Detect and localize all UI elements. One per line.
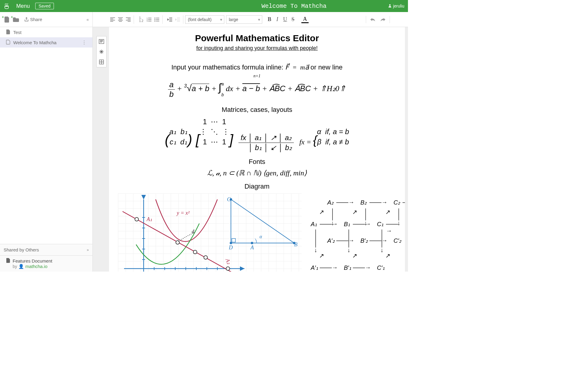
label-a1: A₁ — [147, 216, 152, 223]
outdent-button[interactable] — [166, 16, 173, 23]
svg-line-25 — [123, 211, 241, 272]
graph-plot: y = x² y = x³ A₁ A₂ d C D A B α — [118, 193, 302, 272]
matrices-label: Matrices, cases, layouts — [118, 106, 396, 114]
insert-table-button[interactable] — [97, 57, 106, 67]
author-link[interactable]: mathcha.io — [25, 264, 47, 269]
insert-math-button[interactable] — [97, 47, 106, 57]
item-actions-icon[interactable]: ⋮ — [82, 40, 86, 45]
shared-label: Shared by Others — [4, 247, 39, 252]
new-document-button[interactable]: + — [4, 16, 10, 23]
document-name: Welcome To Mathcha — [13, 40, 57, 45]
svg-line-33 — [231, 199, 294, 243]
commutative-diagram: A₂ B₂ C₂ A₁ B₁ C₁ A′₂ B′₂ C′₂ A′₁ B′₁ C′… — [311, 193, 396, 272]
matrices-line: (a₁ b₁c₁ d₁) [1 ⋯ 1⋮ ⋱ ⋮1 ⋯ 1] fx │ a₁ │… — [118, 117, 396, 152]
italic-button[interactable]: I — [274, 16, 281, 23]
document-item[interactable]: Test — [0, 27, 92, 37]
document-icon — [6, 29, 10, 35]
app-logo-icon — [4, 2, 11, 10]
fonts-line: ℒ, 𝒶, n ⊂ (ℝ ∩ ℕ) ⟨gen, diff, min⟩ — [118, 169, 396, 177]
svg-point-29 — [226, 267, 230, 270]
insert-toolbar — [96, 36, 107, 67]
sidebar-toolbar: + + Share « — [0, 12, 93, 27]
features-doc[interactable]: Features Document by 👤 mathcha.io — [0, 255, 92, 272]
document-list: Test Welcome To Mathcha ⋮ — [0, 27, 92, 244]
align-left-button[interactable] — [109, 16, 116, 23]
svg-text:3: 3 — [147, 20, 148, 22]
editor-area: Powerful Mathematics Editor for inputing… — [93, 27, 408, 272]
document-icon — [6, 258, 10, 264]
editor-toolbar: 1.1.2 123 (font default) large B I U S A — [93, 15, 408, 24]
label-bb: B — [294, 242, 297, 248]
redo-button[interactable] — [379, 16, 387, 23]
document-item[interactable]: Welcome To Mathcha ⋮ — [0, 37, 92, 48]
share-label: Share — [30, 17, 42, 22]
ordered-list-button[interactable]: 123 — [145, 16, 153, 23]
label-dd: D — [229, 245, 233, 251]
fonts-label: Fonts — [118, 158, 396, 166]
page-subtitle: for inputing and sharing your formulas w… — [118, 45, 396, 51]
inline-example: Input your mathematics formula inline: F… — [118, 63, 396, 71]
document-page[interactable]: Powerful Mathematics Editor for inputing… — [109, 27, 405, 272]
collapse-sidebar-icon[interactable]: « — [86, 17, 89, 22]
bold-button[interactable]: B — [266, 16, 273, 23]
svg-point-28 — [204, 256, 207, 259]
svg-point-36 — [251, 242, 253, 244]
user-name: jeruliu — [393, 4, 404, 8]
numbered-list1-button[interactable]: 1.1.2 — [138, 16, 145, 23]
share-button[interactable]: Share — [24, 17, 42, 22]
indent-button[interactable] — [174, 16, 181, 23]
user-icon: 👤 — [18, 264, 25, 269]
by-label: by — [13, 264, 17, 269]
svg-point-27 — [193, 250, 197, 254]
sidebar: Test Welcome To Mathcha ⋮ Shared by Othe… — [0, 27, 93, 272]
label-alpha: α — [260, 234, 262, 239]
diagram-area: y = x² y = x³ A₁ A₂ d C D A B α A₂ B₂ C₂… — [118, 193, 396, 272]
toolbar: + + Share « 1.1.2 123 (font default) lar — [0, 12, 408, 27]
font-color-button[interactable]: A — [301, 16, 309, 23]
svg-rect-8 — [99, 39, 104, 44]
page-title: Powerful Mathematics Editor — [118, 33, 396, 43]
top-bar: Menu Saved Welcome To Mathcha jeruliu — [0, 0, 408, 12]
svg-point-30 — [135, 217, 138, 221]
user-icon — [388, 4, 392, 9]
svg-point-0 — [5, 5, 8, 7]
document-icon — [6, 40, 10, 45]
features-label: Features Document — [13, 258, 52, 263]
nplus1: n+1 — [118, 74, 396, 79]
shared-section[interactable]: Shared by Others » — [0, 244, 92, 255]
label-d: d — [192, 229, 194, 234]
new-folder-button[interactable]: + — [13, 16, 19, 23]
saved-badge: Saved — [35, 3, 54, 9]
svg-rect-38 — [232, 239, 235, 242]
svg-point-1 — [389, 4, 390, 6]
diagram-label: Diagram — [118, 183, 396, 190]
font-size-dropdown[interactable]: large — [226, 15, 262, 24]
document-name: Test — [13, 30, 22, 35]
user-menu[interactable]: jeruliu — [388, 4, 404, 9]
svg-point-7 — [154, 20, 155, 21]
svg-point-6 — [154, 19, 155, 20]
undo-button[interactable] — [369, 16, 376, 23]
formula-1: ab + 3√a + b + ∫ab dx + a − b + A͡BC + A… — [118, 79, 396, 100]
align-right-button[interactable] — [125, 16, 132, 23]
document-title: Welcome To Mathcha — [261, 3, 326, 10]
strike-button[interactable]: S — [289, 16, 297, 23]
svg-point-5 — [154, 17, 155, 18]
font-family-dropdown[interactable]: (font default) — [185, 15, 224, 24]
label-c: C — [227, 196, 231, 203]
bullet-list-button[interactable] — [153, 16, 160, 23]
label-aa: A — [250, 245, 254, 251]
menu-button[interactable]: Menu — [16, 3, 30, 9]
insert-text-button[interactable] — [97, 36, 106, 47]
eq-parabola: y = x² — [177, 210, 190, 216]
expand-icon: » — [87, 248, 89, 252]
underline-button[interactable]: U — [282, 16, 289, 23]
align-center-button[interactable] — [117, 16, 124, 23]
